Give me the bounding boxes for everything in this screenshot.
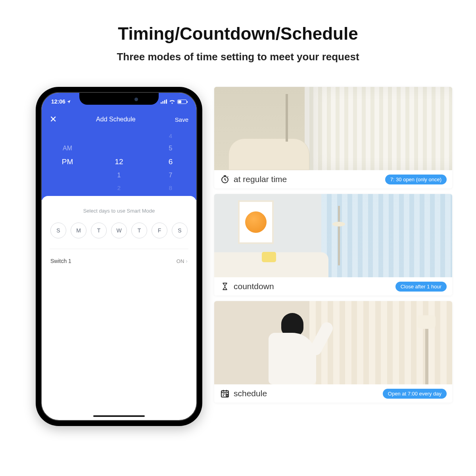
hourglass-icon (220, 281, 230, 292)
svg-rect-2 (164, 100, 165, 104)
battery-icon (177, 100, 187, 104)
svg-point-9 (223, 395, 223, 395)
svg-point-7 (225, 393, 225, 394)
picker-mid-below[interactable]: 1 (93, 172, 145, 179)
picker-hour-ghost: 4 (145, 132, 196, 139)
mode-badge: Close after 1 hour (395, 282, 447, 292)
svg-point-6 (223, 393, 223, 394)
page-title: Timing/Countdown/Schedule (24, 24, 452, 44)
modes-column: at regular time 7: 30 open (only once) c… (214, 87, 452, 403)
svg-rect-0 (161, 102, 162, 104)
wifi-icon (169, 99, 175, 104)
picker-mid-ghost: 2 (93, 184, 145, 191)
save-button[interactable]: Save (175, 116, 188, 123)
day-mon[interactable]: M (71, 223, 86, 238)
room-image-regular (214, 87, 452, 170)
day-tue[interactable]: T (91, 223, 107, 238)
svg-rect-3 (166, 100, 167, 104)
phone-notch (79, 93, 159, 105)
mode-badge: 7: 30 open (only once) (385, 175, 447, 184)
day-sun[interactable]: S (50, 223, 66, 238)
mode-card-countdown: countdown Close after 1 hour (214, 194, 452, 296)
switch-label: Switch 1 (50, 258, 71, 264)
status-time: 12:06 (51, 98, 65, 105)
picker-ampm-selected[interactable]: PM (42, 157, 93, 166)
picker-mid-selected[interactable]: 12 (93, 157, 145, 166)
chevron-right-icon: › (186, 258, 188, 264)
phone-mockup: 12:06 ✕ Add Schedule Save 4 AM (36, 87, 202, 426)
picker-hour-ghost2: 8 (145, 184, 196, 191)
switch-state: ON (177, 258, 184, 264)
signal-icon (161, 99, 167, 104)
screen-title: Add Schedule (96, 116, 136, 123)
days-row: S M T W T F S (50, 223, 188, 249)
picker-ampm-am[interactable]: AM (42, 145, 93, 152)
home-indicator[interactable] (93, 415, 145, 417)
mode-card-schedule: schedule Open at 7:00 every day (214, 301, 452, 403)
close-button[interactable]: ✕ (50, 114, 57, 125)
mode-card-regular: at regular time 7: 30 open (only once) (214, 87, 452, 188)
mode-label: schedule (234, 389, 267, 398)
mode-label: countdown (234, 282, 274, 291)
picker-hour-below[interactable]: 7 (145, 172, 196, 179)
location-icon (67, 100, 71, 104)
room-image-schedule (214, 301, 452, 384)
calendar-icon (220, 388, 230, 399)
clock-icon (220, 174, 230, 184)
time-picker[interactable]: 4 AM 5 PM 12 6 1 7 (42, 130, 196, 200)
mode-label: at regular time (234, 175, 287, 184)
days-sheet: Select days to use Smart Mode S M T W T … (42, 196, 196, 273)
picker-hour-above[interactable]: 5 (145, 145, 196, 152)
switch-row[interactable]: Switch 1 ON › (50, 249, 188, 273)
svg-rect-1 (162, 101, 163, 104)
sheet-instruction: Select days to use Smart Mode (50, 208, 188, 214)
day-sat[interactable]: S (172, 223, 188, 238)
picker-hour-selected[interactable]: 6 (145, 157, 196, 166)
day-fri[interactable]: F (152, 223, 167, 238)
room-image-countdown (214, 194, 452, 277)
page-subtitle: Three modes of time setting to meet your… (24, 51, 452, 63)
app-header: ✕ Add Schedule Save (42, 110, 196, 130)
day-wed[interactable]: W (111, 223, 127, 238)
mode-badge: Open at 7:00 every day (383, 389, 447, 399)
day-thu[interactable]: T (131, 223, 147, 238)
